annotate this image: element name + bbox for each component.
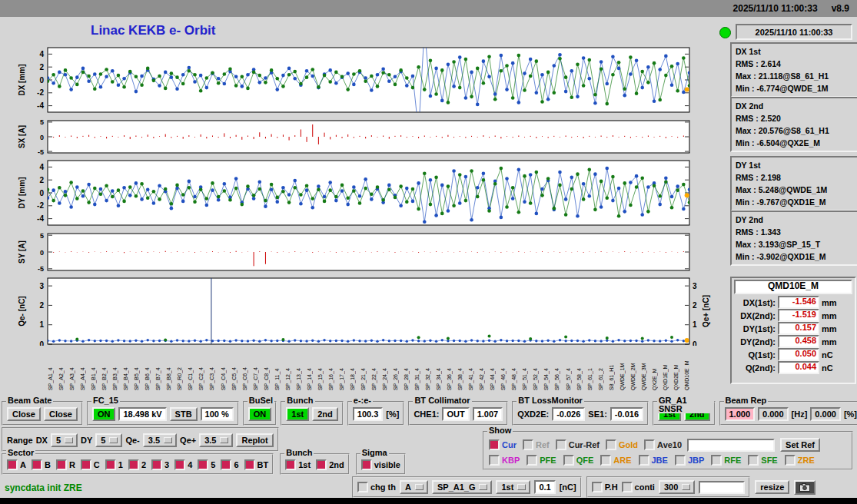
sector-4-checkbox[interactable]: [174, 459, 185, 470]
show-sfe-item[interactable]: SFE: [748, 455, 777, 466]
x-axis-label: SP_54_4: [543, 346, 549, 390]
show-jbp-checkbox[interactable]: [675, 455, 686, 466]
range-dy-select[interactable]: 5: [95, 433, 122, 447]
replot-button[interactable]: Replot: [236, 433, 273, 447]
sector-5-checkbox[interactable]: [198, 459, 208, 470]
show-pfe-item[interactable]: PFE: [526, 455, 556, 466]
x-axis-label: SP_C6_4: [242, 346, 247, 390]
sector-a-item[interactable]: A: [7, 459, 26, 470]
sector-c-item[interactable]: C: [81, 459, 100, 470]
busel-on-button[interactable]: ON: [248, 407, 272, 421]
show-cur-checkbox[interactable]: [489, 439, 500, 450]
sector-r-checkbox[interactable]: [56, 459, 67, 470]
show-kbp-item[interactable]: KBP: [489, 455, 520, 466]
show-items-row1: CurRefCur-RefGoldAve10: [489, 439, 682, 450]
show-qfe-item[interactable]: QFE: [563, 455, 594, 466]
monitor-select[interactable]: SP_A1_G: [432, 480, 493, 494]
sector-a-checkbox[interactable]: [7, 459, 18, 470]
chg-th-item[interactable]: chg th: [357, 482, 396, 492]
range-dx-select[interactable]: 5: [51, 433, 78, 447]
sector-2-item[interactable]: 2: [128, 459, 146, 470]
bunch-select-group: Bunch 1st 2nd: [281, 401, 343, 426]
sector-6-item[interactable]: 6: [221, 459, 238, 470]
show-ref-item[interactable]: Ref: [523, 439, 550, 450]
beam-rep-display-2: 0.000: [758, 407, 789, 421]
show-jbe-checkbox[interactable]: [639, 455, 649, 466]
x-axis-label: SP_46_4: [500, 346, 506, 390]
show-pfe-checkbox[interactable]: [526, 455, 537, 466]
fc15-on-button[interactable]: ON: [92, 407, 116, 421]
show-kbp-checkbox[interactable]: [489, 455, 500, 466]
sector-bt-checkbox[interactable]: [244, 459, 255, 470]
svg-text:0: 0: [39, 340, 44, 346]
sector-3-checkbox[interactable]: [151, 459, 162, 470]
resize-button[interactable]: resize: [755, 480, 789, 494]
plot-area: 420-2-4DX [mm]50-5SX [A]420-2-4DY [mm]50…: [0, 0, 726, 400]
sector-6-checkbox[interactable]: [221, 459, 231, 470]
bunch-filter-1st-item[interactable]: 1st: [285, 459, 311, 470]
stat-rms: RMS : 2.614: [736, 58, 854, 70]
show-sfe-checkbox[interactable]: [748, 455, 759, 466]
ee-ratio-group: e-:e- 100.3 [%]: [347, 401, 405, 426]
sector-5-item[interactable]: 5: [198, 459, 215, 470]
sector-select[interactable]: A: [400, 480, 428, 494]
range-qem-select[interactable]: 3.5: [143, 433, 177, 447]
show-zre-item[interactable]: ZRE: [785, 455, 815, 466]
show-cur-ref-checkbox[interactable]: [556, 439, 566, 450]
sector-1-checkbox[interactable]: [105, 459, 116, 470]
show-zre-checkbox[interactable]: [785, 455, 796, 466]
ph-checkbox[interactable]: [592, 482, 603, 492]
show-gold-item[interactable]: Gold: [606, 439, 638, 450]
sector-r-item[interactable]: R: [56, 459, 75, 470]
beam-gate-close-button-1[interactable]: Close: [7, 407, 41, 421]
show-are-checkbox[interactable]: [600, 455, 611, 466]
show-rfe-item[interactable]: RFE: [711, 455, 741, 466]
interval-input[interactable]: [699, 481, 745, 494]
bunch-filter-1st-checkbox[interactable]: [285, 459, 296, 470]
beam-rep-display-3: 0.000: [810, 407, 841, 421]
x-axis-label: QWDE_3M: [641, 346, 646, 390]
show-are-item[interactable]: ARE: [600, 455, 631, 466]
show-cur-ref-item[interactable]: Cur-Ref: [556, 439, 600, 450]
conti-checkbox[interactable]: [622, 482, 633, 492]
show-ave10-item[interactable]: Ave10: [644, 439, 682, 450]
bunch-2nd-button[interactable]: 2nd: [312, 407, 338, 421]
fc15-stb-button[interactable]: STB: [170, 407, 198, 421]
control-row-2: Range DX 5 DY 5 Qe- 3.5 Qe+ 3.5 Replot: [2, 427, 279, 452]
show-ave10-checkbox[interactable]: [644, 439, 655, 450]
x-axis-label: SP_14_4: [307, 346, 312, 390]
sector-2-checkbox[interactable]: [128, 459, 139, 470]
monitor-title: QMD10E_M: [734, 280, 852, 294]
bunch-filter-2nd-checkbox[interactable]: [316, 459, 327, 470]
show-rfe-checkbox[interactable]: [711, 455, 722, 466]
sector-4-item[interactable]: 4: [174, 459, 192, 470]
bunch-filter-2nd-item[interactable]: 2nd: [316, 459, 344, 470]
set-ref-button[interactable]: Set Ref: [780, 438, 820, 452]
show-cur-item[interactable]: Cur: [489, 439, 517, 450]
sigma-visible-checkbox[interactable]: [361, 459, 372, 470]
sector-b-checkbox[interactable]: [32, 459, 42, 470]
beam-gate-close-button-2[interactable]: Close: [44, 407, 78, 421]
show-jbp-item[interactable]: JBP: [675, 455, 704, 466]
show-qfe-checkbox[interactable]: [563, 455, 574, 466]
bunch-select-dropdown[interactable]: 1st: [496, 480, 530, 494]
chg-th-checkbox[interactable]: [357, 482, 368, 492]
sector-3-item[interactable]: 3: [151, 459, 169, 470]
sector-b-item[interactable]: B: [32, 459, 51, 470]
show-ref-checkbox[interactable]: [523, 439, 533, 450]
sigma-visible-item[interactable]: visible: [361, 459, 400, 470]
ref-name-input[interactable]: [687, 439, 775, 452]
sector-bt-item[interactable]: BT: [244, 459, 269, 470]
sector-1-item[interactable]: 1: [105, 459, 123, 470]
ph-item[interactable]: P.H: [592, 482, 618, 492]
conti-item[interactable]: conti: [622, 482, 655, 492]
show-zre-label: ZRE: [798, 456, 815, 465]
interval-select[interactable]: 300: [659, 480, 695, 494]
show-gold-checkbox[interactable]: [606, 439, 616, 450]
bt-collimator-group: BT Collimator CHE1: OUT 1.007: [408, 401, 508, 426]
screenshot-button[interactable]: [794, 480, 815, 495]
show-jbe-item[interactable]: JBE: [639, 455, 668, 466]
range-qep-select[interactable]: 3.5: [199, 433, 233, 447]
sector-c-checkbox[interactable]: [81, 459, 91, 470]
bunch-1st-button[interactable]: 1st: [286, 407, 309, 421]
